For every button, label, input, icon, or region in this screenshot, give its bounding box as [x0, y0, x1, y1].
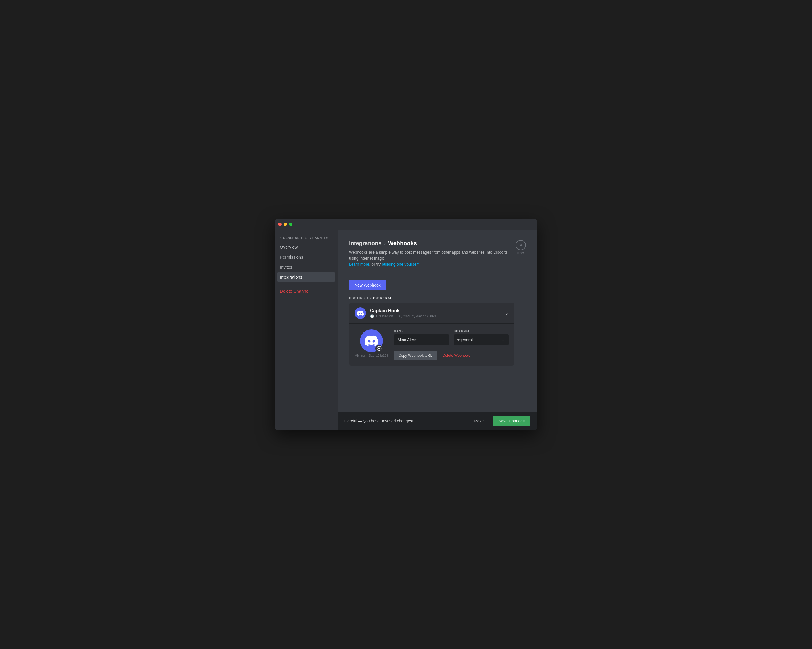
build-yourself-link[interactable]: building one yourself. [382, 262, 420, 267]
webhook-meta-text: Created on Jul 6, 2021 by davidg#1063 [376, 314, 436, 318]
esc-label: ESC [517, 252, 524, 255]
save-changes-label: Save Changes [498, 419, 525, 423]
page-description: Webhooks are a simple way to post messag… [349, 249, 516, 267]
breadcrumb: Integrations › Webhooks [349, 240, 516, 247]
breadcrumb-separator: › [384, 240, 386, 247]
min-size-label: Minimum Size: 128x128 [355, 354, 388, 357]
channel-select-wrapper: #general #announcements #random ⌄ [454, 334, 509, 345]
channel-field-label: CHANNEL [454, 329, 509, 333]
webhook-meta: 🕐 Created on Jul 6, 2021 by davidg#1063 [370, 314, 504, 318]
delete-webhook-label: Delete Webhook [443, 353, 470, 357]
sidebar-item-permissions[interactable]: Permissions [277, 252, 335, 262]
clock-icon: 🕐 [370, 314, 374, 318]
sidebar-item-label: Integrations [280, 275, 302, 279]
traffic-lights [278, 223, 292, 226]
sidebar-item-invites[interactable]: Invites [277, 262, 335, 272]
channel-select[interactable]: #general #announcements #random [454, 334, 509, 345]
maximize-traffic-light[interactable] [289, 223, 292, 226]
webhook-fields: NAME CHANNEL #general #anno [394, 329, 509, 360]
minimize-traffic-light[interactable] [284, 223, 287, 226]
webhook-avatar [355, 307, 366, 319]
sidebar-item-label: Delete Channel [280, 289, 309, 293]
close-traffic-light[interactable] [278, 223, 282, 226]
description-text: Webhooks are a simple way to post messag… [349, 250, 507, 261]
hash-icon: # [280, 236, 282, 240]
channel-name-header: GENERAL [283, 236, 299, 240]
or-text: , or try [369, 262, 382, 267]
webhook-field-row: NAME CHANNEL #general #anno [394, 329, 509, 345]
titlebar [275, 219, 537, 230]
learn-more-link[interactable]: Learn more [349, 262, 369, 267]
close-button[interactable]: ✕ [516, 240, 526, 250]
webhook-image-upload: Minimum Size: 128x128 [355, 329, 388, 357]
sidebar-item-overview[interactable]: Overview [277, 242, 335, 252]
new-webhook-button[interactable]: New Webhook [349, 280, 386, 290]
sidebar-section-header: # GENERAL TEXT CHANNELS [277, 234, 335, 241]
reset-button[interactable]: Reset [471, 416, 488, 426]
sidebar: # GENERAL TEXT CHANNELS Overview Permiss… [275, 230, 337, 430]
discord-logo-icon [357, 310, 364, 316]
main-content: Integrations › Webhooks Webhooks are a s… [337, 230, 537, 430]
sidebar-item-label: Permissions [280, 255, 303, 260]
webhook-actions: Copy Webhook URL Delete Webhook [394, 351, 509, 360]
webhook-name: Captain Hook [370, 308, 504, 313]
posting-channel-name: #GENERAL [372, 296, 392, 300]
copy-url-label: Copy Webhook URL [398, 353, 432, 357]
breadcrumb-current: Webhooks [388, 240, 417, 247]
save-changes-button[interactable]: Save Changes [493, 416, 530, 426]
close-button-wrapper: ✕ ESC [516, 240, 526, 255]
name-field-group: NAME [394, 329, 449, 345]
bottom-bar: Careful — you have unsaved changes! Rese… [337, 412, 537, 430]
sidebar-item-label: Invites [280, 264, 292, 269]
webhook-header[interactable]: Captain Hook 🕐 Created on Jul 6, 2021 by… [349, 303, 514, 324]
webhook-card: Captain Hook 🕐 Created on Jul 6, 2021 by… [349, 303, 514, 366]
copy-webhook-url-button[interactable]: Copy Webhook URL [394, 351, 437, 360]
webhook-info: Captain Hook 🕐 Created on Jul 6, 2021 by… [370, 308, 504, 318]
name-field-label: NAME [394, 329, 449, 333]
webhook-image-circle[interactable] [360, 329, 383, 352]
breadcrumb-parent: Integrations [349, 240, 382, 247]
reset-button-label: Reset [475, 419, 485, 423]
app-window: # GENERAL TEXT CHANNELS Overview Permiss… [275, 219, 537, 430]
sidebar-item-delete-channel[interactable]: Delete Channel [277, 286, 335, 296]
posting-to-text: POSTING TO [349, 296, 371, 300]
chevron-down-icon: ⌄ [504, 310, 509, 316]
name-field-input[interactable] [394, 334, 449, 345]
webhook-expanded: Minimum Size: 128x128 NAME [349, 324, 514, 366]
page-header: Integrations › Webhooks Webhooks are a s… [349, 240, 526, 274]
delete-webhook-button[interactable]: Delete Webhook [441, 351, 471, 360]
channel-type: TEXT CHANNELS [301, 236, 328, 240]
sidebar-item-label: Overview [280, 244, 298, 249]
new-webhook-button-label: New Webhook [355, 283, 381, 287]
app-body: # GENERAL TEXT CHANNELS Overview Permiss… [275, 230, 537, 430]
sidebar-item-integrations[interactable]: Integrations [277, 272, 335, 282]
close-icon: ✕ [519, 243, 523, 248]
webhook-edit-row: Minimum Size: 128x128 NAME [355, 329, 509, 360]
channel-field-group: CHANNEL #general #announcements #random … [454, 329, 509, 345]
posting-to-label: POSTING TO #GENERAL [349, 296, 526, 300]
header-left: Integrations › Webhooks Webhooks are a s… [349, 240, 516, 274]
unsaved-warning-text: Careful — you have unsaved changes! [344, 419, 467, 423]
upload-overlay-icon [375, 345, 383, 352]
